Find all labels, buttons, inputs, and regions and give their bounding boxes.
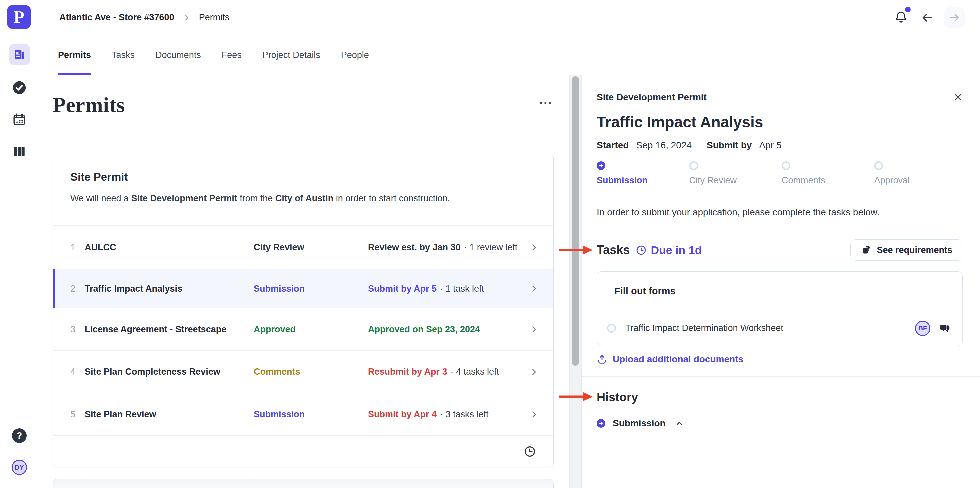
tasks-heading: Tasks	[597, 243, 630, 257]
task-label: Traffic Impact Determination Worksheet	[625, 323, 915, 333]
sidebar-item-tasks[interactable]	[12, 80, 27, 95]
calendar-icon	[12, 112, 27, 127]
permit-row-site-plan-completeness-review[interactable]: 4 Site Plan Completeness Review Comments…	[53, 350, 553, 393]
task-checkbox[interactable]	[607, 324, 616, 333]
tab-documents[interactable]: Documents	[155, 35, 201, 75]
permit-name: AULCC	[85, 242, 254, 253]
description-segment: in order to start construction.	[333, 193, 450, 203]
permit-row-site-plan-review[interactable]: 5 Site Plan Review Submission Submit by …	[53, 393, 553, 436]
site-permit-card: Site Permit We will need a Site Developm…	[52, 154, 554, 467]
project-tab-bar: Permits Tasks Documents Fees Project Det…	[39, 35, 980, 75]
scrollbar-thumb[interactable]	[572, 76, 579, 366]
next-permit-card[interactable]	[52, 479, 554, 488]
permit-row-aulcc[interactable]: 1 AULCC City Review Review est. by Jan 3…	[53, 225, 553, 269]
permit-due: Resubmit by Apr 3· 4 tasks left	[368, 367, 529, 377]
upload-additional-documents-link[interactable]: Upload additional documents	[597, 352, 743, 367]
card-description: We will need a Site Development Permit f…	[70, 193, 536, 204]
history-heading: History	[597, 388, 638, 407]
description-segment: We will need a	[70, 193, 131, 203]
step-approval: Approval	[874, 161, 967, 186]
chevron-right-icon	[529, 284, 539, 293]
description-bold: Site Development Permit	[131, 193, 237, 203]
page-title: Permits	[52, 92, 125, 117]
step-submission: Submission	[597, 161, 689, 186]
notifications-bell-icon[interactable]	[894, 10, 908, 24]
kanban-columns-icon	[12, 144, 26, 158]
description-bold: City of Austin	[275, 193, 334, 203]
tab-fees[interactable]: Fees	[222, 35, 242, 75]
step-arrow-circle-icon	[597, 161, 605, 170]
started-value: Sep 16, 2024	[636, 140, 692, 151]
row-number: 3	[70, 324, 85, 335]
sidebar-item-board[interactable]	[12, 144, 26, 158]
due-remaining: · 4 tasks left	[451, 367, 500, 377]
divider	[582, 376, 980, 377]
row-number: 1	[70, 242, 85, 253]
app-logo[interactable]: P	[7, 5, 31, 29]
fill-out-forms-card: Fill out forms Traffic Impact Determinat…	[597, 271, 963, 346]
due-date: Resubmit by Apr 3	[368, 367, 447, 377]
permit-due: Submit by Apr 4· 3 tasks left	[368, 409, 529, 420]
permit-row-license-agreement[interactable]: 3 License Agreement - Streetscape Approv…	[53, 308, 553, 350]
more-options-button[interactable]: ···	[536, 95, 556, 111]
permit-status: Approved	[254, 324, 368, 335]
user-initials: DY	[15, 464, 24, 471]
breadcrumb: Atlantic Ave - Store #37600 Permits	[59, 0, 229, 35]
permit-detail-panel: Site Development Permit Traffic Impact A…	[582, 75, 980, 488]
notification-badge-dot	[905, 7, 911, 12]
tab-tasks[interactable]: Tasks	[112, 35, 135, 75]
card-title: Site Permit	[70, 171, 536, 183]
submission-instructions: In order to submit your application, ple…	[597, 207, 879, 218]
permit-row-traffic-impact-analysis[interactable]: 2 Traffic Impact Analysis Submission Sub…	[53, 269, 553, 308]
breadcrumb-chevron-icon	[182, 13, 191, 22]
divider	[39, 137, 570, 137]
divider	[699, 138, 699, 152]
help-button[interactable]: ?	[12, 428, 27, 443]
tab-permits[interactable]: Permits	[58, 35, 91, 75]
task-row[interactable]: Traffic Impact Determination Worksheet B…	[597, 311, 963, 345]
permit-due: Submit by Apr 5· 1 task left	[368, 284, 529, 294]
history-entry-submission[interactable]: Submission	[597, 415, 684, 432]
requirements-pages-icon	[861, 245, 871, 255]
breadcrumb-project[interactable]: Atlantic Ave - Store #37600	[59, 12, 174, 23]
assignee-initials: BF	[918, 325, 927, 332]
tab-people[interactable]: People	[341, 35, 369, 75]
see-requirements-button[interactable]: See requirements	[850, 239, 963, 261]
row-number: 5	[70, 409, 85, 420]
step-circle-icon	[689, 161, 698, 170]
permit-name: Site Plan Review	[85, 409, 254, 420]
due-remaining: · 3 tasks left	[440, 409, 488, 419]
permit-due: Approved on Sep 23, 2024	[368, 324, 529, 335]
permit-name: License Agreement - Streetscape	[85, 324, 254, 335]
user-avatar[interactable]: DY	[12, 460, 27, 475]
comments-icon[interactable]	[938, 322, 951, 335]
left-sidebar: P	[0, 0, 39, 488]
sidebar-item-calendar[interactable]	[12, 112, 27, 127]
form-group-title: Fill out forms	[597, 272, 963, 311]
scrollbar-track	[570, 75, 582, 488]
due-remaining: · 1 review left	[464, 242, 518, 252]
forward-arrow-button[interactable]	[944, 7, 965, 28]
check-circle-icon	[12, 80, 27, 95]
question-mark-icon: ?	[17, 431, 22, 441]
sidebar-item-permits[interactable]	[9, 44, 30, 65]
permitting-app-window: P	[0, 0, 980, 488]
pending-clock-icon	[523, 445, 536, 458]
upload-label: Upload additional documents	[612, 354, 743, 365]
step-comments: Comments	[782, 161, 874, 186]
forward-arrow-icon	[948, 11, 961, 24]
permit-name: Site Plan Completeness Review	[85, 367, 254, 377]
permit-title: Traffic Impact Analysis	[597, 113, 763, 131]
started-label: Started	[597, 140, 628, 151]
due-date: Submit by Apr 5	[368, 284, 437, 294]
close-icon[interactable]	[953, 92, 963, 103]
assignee-avatar: BF	[915, 321, 930, 336]
permits-newspaper-icon	[13, 48, 25, 61]
permit-status: Submission	[254, 409, 368, 420]
breadcrumb-page: Permits	[199, 12, 230, 23]
chevron-right-icon	[529, 325, 539, 334]
chevron-right-icon	[529, 243, 539, 252]
tab-project-details[interactable]: Project Details	[262, 35, 320, 75]
submit-by-value: Apr 5	[759, 140, 781, 151]
back-arrow-button[interactable]	[921, 11, 934, 24]
